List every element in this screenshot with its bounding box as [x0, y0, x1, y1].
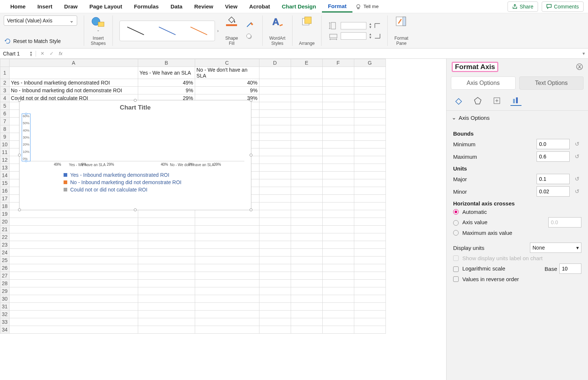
share-label: Share	[520, 4, 533, 10]
reset-label: Reset to Match Style	[13, 38, 61, 44]
chk-log-scale[interactable]	[453, 266, 459, 272]
legend-entry: Yes - Inbound marketing demonstrated ROI	[70, 172, 169, 178]
log-scale-label: Logarithmic scale	[462, 265, 505, 272]
row-header[interactable]: 1	[0, 67, 10, 79]
col-header[interactable]: F	[322, 59, 354, 67]
svg-point-0	[356, 4, 360, 8]
chart-legend[interactable]: Yes - Inbound marketing demonstrated ROI…	[19, 167, 251, 193]
section-axis-options[interactable]: ⌄Axis Options	[447, 110, 588, 125]
cell[interactable]: 9%	[195, 87, 259, 94]
cancel-icon[interactable]: ✕	[40, 51, 44, 56]
tab-view[interactable]: View	[219, 1, 243, 12]
fx-icon[interactable]: fx	[59, 51, 62, 56]
axis-options-icon[interactable]	[510, 96, 521, 106]
cell[interactable]: No - Inbound marketing did not demonstra…	[9, 87, 138, 94]
row-header[interactable]: 3	[0, 87, 10, 94]
cell[interactable]: 9%	[138, 87, 195, 94]
display-units-select[interactable]: None▾	[530, 243, 581, 253]
shape-fill-button[interactable]	[226, 15, 237, 26]
shape-outline-button[interactable]	[245, 21, 256, 29]
col-header[interactable]: D	[259, 59, 291, 67]
cell[interactable]: No - We don't have an SLA	[195, 67, 259, 79]
cell[interactable]: Yes - Inbound marketing demonstrated ROI	[9, 79, 138, 87]
value-axis[interactable]: 60%50%40%30%20%10%0%	[22, 114, 31, 161]
spreadsheet[interactable]: A B C D E F G 1Yes - We have an SLANo - …	[0, 59, 446, 380]
name-box[interactable]: Chart 1 ▲▼	[0, 51, 36, 57]
col-header[interactable]: B	[138, 59, 195, 67]
comments-button[interactable]: Comments	[542, 1, 584, 12]
arrange-button[interactable]	[300, 15, 314, 28]
shapes-icon	[91, 15, 105, 27]
insert-shapes-button[interactable]: ⌄	[91, 15, 105, 32]
automatic-label: Automatic	[462, 209, 487, 215]
tell-me[interactable]: Tell me	[355, 4, 379, 10]
chk-reverse[interactable]	[453, 276, 459, 282]
svg-marker-13	[474, 97, 481, 104]
height-icon[interactable]	[328, 22, 338, 30]
reset-icon[interactable]: ↺	[573, 187, 581, 196]
stepper-icon[interactable]: ▲▼	[369, 33, 372, 39]
reset-icon[interactable]: ↺	[573, 140, 581, 148]
tab-axis-options[interactable]: Axis Options	[451, 76, 516, 90]
size-icon[interactable]	[491, 96, 502, 106]
confirm-icon[interactable]: ✓	[50, 51, 54, 56]
tab-page-layout[interactable]: Page Layout	[83, 1, 128, 12]
share-icon	[512, 4, 517, 9]
tab-insert[interactable]: Insert	[32, 1, 58, 12]
cell[interactable]	[9, 67, 138, 79]
share-button[interactable]: Share	[508, 1, 538, 12]
reset-icon[interactable]: ↺	[573, 152, 581, 161]
width-icon[interactable]	[328, 32, 338, 40]
format-pane-button[interactable]	[395, 15, 408, 28]
major-input[interactable]	[537, 174, 570, 184]
svg-rect-16	[516, 97, 518, 103]
align-icon[interactable]	[374, 23, 381, 29]
reset-icon[interactable]: ↺	[573, 175, 581, 183]
shape-style-gallery[interactable]	[119, 21, 215, 41]
tab-draw[interactable]: Draw	[58, 1, 84, 12]
effects-icon[interactable]	[472, 96, 483, 106]
cell[interactable]: 49%	[138, 79, 195, 87]
base-input[interactable]	[559, 264, 581, 274]
chart-element-value: Vertical (Value) Axis	[7, 18, 52, 24]
tab-review[interactable]: Review	[188, 1, 219, 12]
radio-automatic[interactable]	[453, 209, 459, 215]
radio-axis-value[interactable]	[453, 220, 459, 226]
ribbon: Vertical (Value) Axis ⌄ Reset to Match S…	[0, 13, 588, 49]
embedded-chart[interactable]: Chart Title 60%50%40%30%20%10%0% 49%9%29…	[19, 100, 251, 210]
tab-format[interactable]: Format	[322, 1, 352, 12]
tab-acrobat[interactable]: Acrobat	[243, 1, 276, 12]
stepper-icon[interactable]: ▲▼	[369, 22, 372, 29]
axis-value-input[interactable]	[548, 217, 581, 227]
row-header[interactable]: 2	[0, 79, 10, 87]
chart-title[interactable]: Chart Title	[19, 100, 251, 114]
reset-match-style[interactable]: Reset to Match Style	[4, 36, 61, 46]
col-header[interactable]: G	[354, 59, 386, 67]
tab-chart-design[interactable]: Chart Design	[276, 1, 322, 12]
gallery-more-icon[interactable]: ›	[217, 28, 219, 33]
tab-text-options[interactable]: Text Options	[519, 76, 584, 90]
tab-home[interactable]: Home	[4, 1, 32, 12]
radio-max-axis[interactable]	[453, 230, 459, 236]
minimum-input[interactable]	[537, 139, 570, 149]
tab-data[interactable]: Data	[165, 1, 189, 12]
close-icon[interactable]: ⓧ	[576, 62, 583, 71]
col-header[interactable]: E	[291, 59, 322, 67]
align2-icon[interactable]	[374, 33, 381, 39]
arrange-icon	[300, 15, 314, 28]
tab-formulas[interactable]: Formulas	[128, 1, 165, 12]
wordart-styles-button[interactable]: A	[271, 15, 284, 28]
col-header[interactable]: A	[9, 59, 138, 67]
minor-input[interactable]	[537, 186, 570, 197]
cell[interactable]: Yes - We have an SLA	[138, 67, 195, 79]
cell[interactable]: 40%	[195, 79, 259, 87]
row-header[interactable]: 4	[0, 94, 10, 102]
maximum-label: Maximum	[453, 154, 477, 160]
chevron-down-icon[interactable]: ▾	[580, 51, 588, 56]
maximum-input[interactable]	[537, 151, 570, 162]
col-header[interactable]: C	[195, 59, 259, 67]
fill-line-icon[interactable]	[453, 96, 464, 106]
shape-effects-button[interactable]	[245, 32, 256, 41]
stepper-icon[interactable]: ▲▼	[29, 51, 33, 57]
chart-element-select[interactable]: Vertical (Value) Axis ⌄	[4, 15, 77, 26]
